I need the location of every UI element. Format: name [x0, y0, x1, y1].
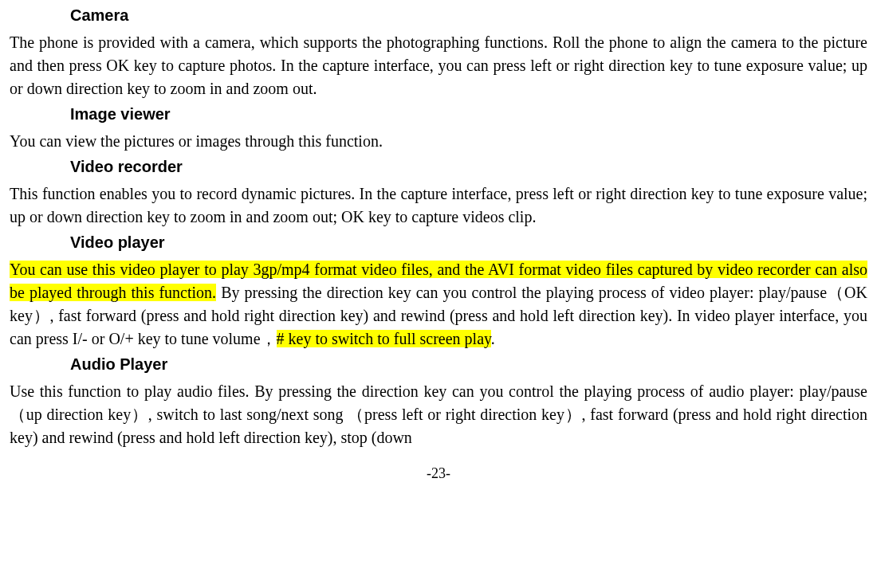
heading-video-recorder: Video recorder — [70, 158, 867, 176]
document-page: Camera The phone is provided with a came… — [0, 0, 877, 490]
para-image-viewer: You can view the pictures or images thro… — [10, 130, 867, 153]
heading-video-player: Video player — [70, 233, 867, 252]
para-video-recorder: This function enables you to record dyna… — [10, 182, 867, 229]
text-video-player-tail: . — [491, 330, 495, 347]
page-number: -23- — [10, 465, 867, 482]
highlight-video-player-2: # key to switch to full screen play — [277, 330, 491, 347]
heading-image-viewer: Image viewer — [70, 105, 867, 123]
para-video-player: You can use this video player to play 3g… — [10, 258, 867, 351]
para-audio-player: Use this function to play audio files. B… — [10, 380, 867, 449]
para-camera: The phone is provided with a camera, whi… — [10, 31, 867, 100]
heading-camera: Camera — [70, 6, 867, 25]
heading-audio-player: Audio Player — [70, 355, 867, 374]
